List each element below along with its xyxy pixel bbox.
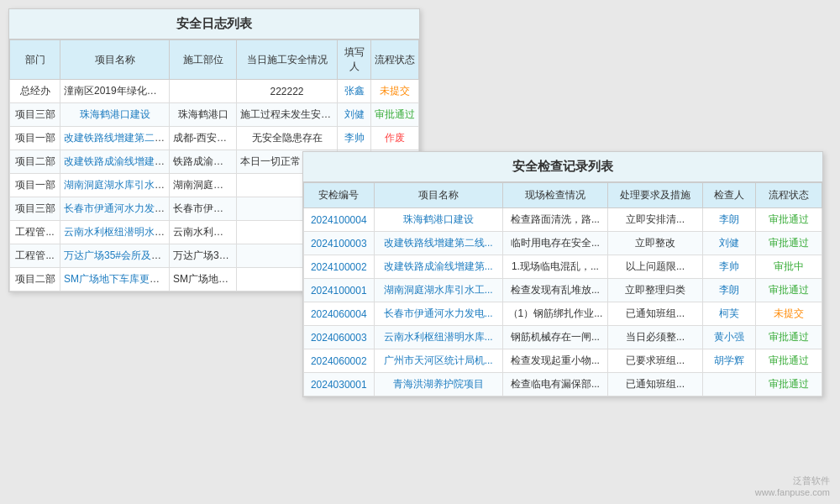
left-cell-project[interactable]: 万达广场35#会所及咖啡... [60, 244, 170, 268]
right-col-situation: 现场检查情况 [502, 183, 607, 208]
right-cell-inspector[interactable]: 胡学辉 [702, 349, 755, 373]
right-col-inspector: 检查人 [702, 183, 755, 208]
right-cell-inspector[interactable]: 刘健 [702, 232, 755, 255]
left-cell-site: 万达广场35#会... [170, 244, 237, 268]
left-cell-status: 审批通过 [371, 103, 419, 127]
right-cell-measure: 以上问题限... [608, 255, 703, 279]
right-cell-status: 审批通过 [755, 232, 822, 255]
left-cell-project[interactable]: 改建铁路成渝线增建第二... [60, 150, 170, 174]
left-cell-writer[interactable]: 张鑫 [338, 80, 371, 103]
left-cell-writer[interactable]: 刘健 [338, 103, 371, 127]
left-cell-writer[interactable]: 李帅 [338, 127, 371, 150]
right-cell-project[interactable]: 青海洪湖养护院项目 [374, 373, 502, 396]
left-table-row: 总经办潼南区2019年绿化补贴项...222222张鑫未提交 [10, 80, 419, 103]
right-cell-status: 审批通过 [755, 373, 822, 396]
right-cell-status: 审批通过 [755, 349, 822, 373]
right-cell-project[interactable]: 改建铁路线增建第二线... [374, 232, 502, 255]
right-cell-measure: 已通知班组... [608, 302, 703, 326]
right-col-project: 项目名称 [374, 183, 502, 208]
right-cell-id[interactable]: 2024060004 [304, 302, 375, 326]
left-cell-project[interactable]: 珠海鹤港口建设 [60, 103, 170, 127]
right-cell-project[interactable]: 湖南洞庭湖水库引水工... [374, 279, 502, 302]
page-container: 安全日志列表 部门 项目名称 施工部位 当日施工安全情况 填写人 流程状态 总经… [0, 0, 840, 504]
right-cell-inspector[interactable]: 李朗 [702, 208, 755, 232]
left-cell-project[interactable]: 云南水利枢纽潜明水库一... [60, 221, 170, 244]
left-table-title: 安全日志列表 [9, 9, 419, 39]
left-cell-project[interactable]: 湖南洞庭湖水库引水工程... [60, 174, 170, 197]
right-cell-situation: 1.现场临电混乱，... [502, 255, 607, 279]
right-table-row: 2024060003云南水利枢纽潜明水库...钢筋机械存在一闸...当日必须整.… [304, 326, 822, 349]
left-cell-dept: 工程管... [10, 221, 60, 244]
left-cell-site: 湖南洞庭湖水库 [170, 174, 237, 197]
left-cell-dept: 项目二部 [10, 268, 60, 291]
right-table: 安检编号 项目名称 现场检查情况 处理要求及措施 检查人 流程状态 202410… [303, 182, 822, 396]
left-cell-status: 作废 [371, 127, 419, 150]
right-table-title: 安全检查记录列表 [303, 152, 822, 182]
right-cell-inspector[interactable]: 李朗 [702, 279, 755, 302]
right-table-row: 2024100004珠海鹤港口建设检查路面清洗，路...立即安排清...李朗审批… [304, 208, 822, 232]
right-cell-project[interactable]: 云南水利枢纽潜明水库... [374, 326, 502, 349]
left-cell-status: 未提交 [371, 80, 419, 103]
right-cell-id[interactable]: 2024100004 [304, 208, 375, 232]
left-cell-project[interactable]: SM广场地下车库更换摄... [60, 268, 170, 291]
right-table-row: 2024030001青海洪湖养护院项目检查临电有漏保部...已通知班组...审批… [304, 373, 822, 396]
left-cell-dept: 总经办 [10, 80, 60, 103]
right-cell-situation: 检查发现有乱堆放... [502, 279, 607, 302]
watermark-line2: www.fanpuse.com [755, 487, 830, 497]
left-cell-site [170, 80, 237, 103]
right-cell-situation: 临时用电存在安全... [502, 232, 607, 255]
right-cell-situation: （1）钢筋绑扎作业... [502, 302, 607, 326]
right-table-row: 2024100002改建铁路成渝线增建第...1.现场临电混乱，...以上问题限… [304, 255, 822, 279]
right-cell-situation: 检查路面清洗，路... [502, 208, 607, 232]
right-col-measure: 处理要求及措施 [608, 183, 703, 208]
left-cell-project[interactable]: 长春市伊通河水力发电厂... [60, 197, 170, 221]
right-cell-measure: 立即安排清... [608, 208, 703, 232]
right-cell-measure: 当日必须整... [608, 326, 703, 349]
left-cell-project[interactable]: 改建铁路线增建第二线直... [60, 127, 170, 150]
right-col-id: 安检编号 [304, 183, 375, 208]
left-cell-site: SM广场地下车库 [170, 268, 237, 291]
left-cell-site: 铁路成渝线（成... [170, 150, 237, 174]
left-col-project: 项目名称 [60, 40, 170, 80]
right-cell-inspector [702, 373, 755, 396]
right-cell-project[interactable]: 珠海鹤港口建设 [374, 208, 502, 232]
left-cell-dept: 项目一部 [10, 174, 60, 197]
left-cell-dept: 项目三部 [10, 103, 60, 127]
right-table-row: 2024100003改建铁路线增建第二线...临时用电存在安全...立即整改刘健… [304, 232, 822, 255]
left-table-row: 项目三部珠海鹤港口建设珠海鹤港口施工过程未发生安全事故...刘健审批通过 [10, 103, 419, 127]
right-cell-situation: 检查发现起重小物... [502, 349, 607, 373]
right-cell-situation: 检查临电有漏保部... [502, 373, 607, 396]
right-cell-id[interactable]: 2024030001 [304, 373, 375, 396]
left-cell-situation: 无安全隐患存在 [237, 127, 338, 150]
right-cell-inspector[interactable]: 柯芙 [702, 302, 755, 326]
right-cell-id[interactable]: 2024060002 [304, 349, 375, 373]
right-cell-measure: 已要求班组... [608, 349, 703, 373]
left-cell-site: 长春市伊通河水... [170, 197, 237, 221]
left-col-dept: 部门 [10, 40, 60, 80]
left-cell-site: 云南水利枢纽潜... [170, 221, 237, 244]
left-table-header-row: 部门 项目名称 施工部位 当日施工安全情况 填写人 流程状态 [10, 40, 419, 80]
right-cell-id[interactable]: 2024060003 [304, 326, 375, 349]
left-cell-project: 潼南区2019年绿化补贴项... [60, 80, 170, 103]
right-cell-inspector[interactable]: 李帅 [702, 255, 755, 279]
left-cell-dept: 工程管... [10, 244, 60, 268]
right-cell-project[interactable]: 广州市天河区统计局机... [374, 349, 502, 373]
right-cell-id[interactable]: 2024100002 [304, 255, 375, 279]
right-cell-id[interactable]: 2024100003 [304, 232, 375, 255]
watermark: 泛普软件 www.fanpuse.com [755, 475, 830, 497]
right-cell-measure: 立即整改 [608, 232, 703, 255]
right-cell-status: 审批通过 [755, 326, 822, 349]
left-table-row: 项目一部改建铁路线增建第二线直...成都-西安铁路...无安全隐患存在李帅作废 [10, 127, 419, 150]
right-col-status: 流程状态 [755, 183, 822, 208]
left-col-status: 流程状态 [371, 40, 419, 80]
left-col-writer: 填写人 [338, 40, 371, 80]
left-cell-site: 成都-西安铁路... [170, 127, 237, 150]
right-cell-status: 审批中 [755, 255, 822, 279]
right-cell-measure: 立即整理归类 [608, 279, 703, 302]
left-cell-dept: 项目二部 [10, 150, 60, 174]
right-cell-project[interactable]: 改建铁路成渝线增建第... [374, 255, 502, 279]
right-cell-inspector[interactable]: 黄小强 [702, 326, 755, 349]
right-cell-id[interactable]: 2024100001 [304, 279, 375, 302]
right-cell-status: 审批通过 [755, 279, 822, 302]
right-cell-project[interactable]: 长春市伊通河水力发电... [374, 302, 502, 326]
